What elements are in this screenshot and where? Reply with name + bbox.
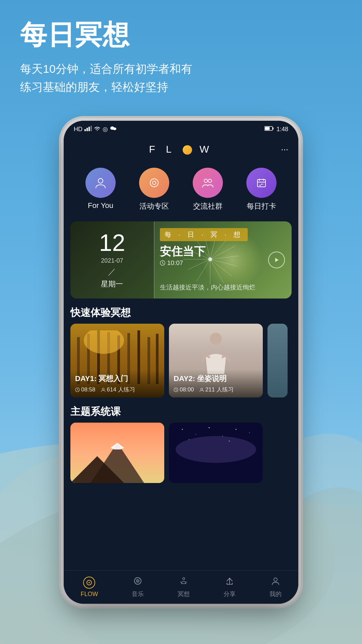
svg-point-58: [201, 388, 203, 390]
svg-rect-3: [86, 128, 88, 131]
svg-point-69: [249, 432, 250, 433]
for-you-label: For You: [88, 201, 113, 210]
main-subtitle: 每天10分钟，适合所有初学者和有 练习基础的朋友，轻松好坚持: [20, 60, 192, 96]
svg-point-13: [153, 181, 156, 184]
mine-nav-label: 我的: [269, 590, 282, 598]
for-you-circle: [85, 168, 116, 198]
card1-info: DAY1: 冥想入门 08:58: [70, 370, 164, 397]
wifi-icon: [94, 126, 101, 133]
card1-title: DAY1: 冥想入门: [75, 374, 160, 384]
flow-nav-icon: [83, 577, 95, 589]
card1-time: 08:58: [75, 386, 96, 393]
icon-community[interactable]: 交流社群: [193, 168, 223, 211]
signal-bars: [84, 126, 92, 133]
nav-meditation[interactable]: 冥想: [178, 576, 190, 598]
daily-title: 安住当下: [160, 244, 285, 259]
card1-meta: 08:58 614 人练习: [75, 386, 160, 393]
nav-flow[interactable]: FLOW: [80, 577, 98, 598]
more-button[interactable]: ···: [281, 144, 288, 155]
svg-rect-16: [257, 179, 265, 187]
svg-line-52: [77, 390, 78, 390]
daily-meditation-card[interactable]: 12 2021-07 ／ 星期一 每 · 日 · 冥 · 想 安住当下: [70, 221, 292, 299]
activity-circle: [139, 168, 169, 198]
svg-point-72: [176, 436, 256, 463]
svg-line-38: [163, 263, 164, 264]
svg-point-65: [195, 434, 196, 435]
date-divider: ／: [108, 266, 116, 277]
theme-cards-row: [64, 423, 298, 483]
svg-line-57: [176, 390, 177, 390]
exp-card-day1[interactable]: DAY1: 冥想入门 08:58: [70, 324, 164, 397]
svg-point-77: [137, 581, 138, 582]
app-header: F L W ···: [64, 138, 298, 161]
svg-point-68: [236, 429, 237, 430]
quick-section-title: 快速体验冥想: [64, 299, 298, 324]
date-year: 2021-07: [101, 257, 123, 264]
svg-marker-39: [275, 258, 279, 262]
svg-point-66: [209, 427, 210, 428]
card1-users: 614 人练习: [101, 386, 135, 393]
nav-music[interactable]: 音乐: [132, 576, 144, 598]
nav-share[interactable]: 分享: [224, 576, 236, 598]
card2-time: 08:00: [174, 386, 194, 393]
svg-point-53: [102, 388, 104, 390]
theme-card-1[interactable]: [70, 423, 164, 483]
clock-icon-sm: [75, 387, 80, 392]
svg-point-78: [183, 578, 185, 580]
svg-point-54: [210, 333, 222, 345]
nav-mine[interactable]: 我的: [269, 576, 282, 598]
network-indicator: HD: [74, 126, 82, 133]
checkin-circle: [246, 168, 277, 198]
battery-icon: [264, 126, 274, 133]
clock-icon-sm2: [174, 387, 178, 392]
svg-rect-9: [273, 127, 274, 129]
card-date-panel: 12 2021-07 ／ 星期一: [70, 221, 155, 299]
svg-point-74: [88, 582, 90, 583]
community-label: 交流社群: [193, 201, 223, 211]
svg-point-12: [150, 179, 158, 187]
card2-users: 211 人练习: [199, 386, 234, 393]
logo-o-icon: [183, 145, 192, 155]
icon-checkin[interactable]: 每日打卡: [246, 168, 277, 211]
header-section: 每日冥想 每天10分钟，适合所有初学者和有 练习基础的朋友，轻松好坚持: [20, 20, 192, 96]
flow-nav-label: FLOW: [80, 591, 98, 598]
meditation-nav-icon: [179, 576, 188, 588]
play-button[interactable]: [268, 252, 285, 268]
location-icon: ◎: [103, 125, 108, 133]
clock-icon: [160, 260, 165, 266]
svg-point-14: [204, 179, 207, 182]
daily-subtitle: 生活越接近平淡，内心越接近绚烂: [160, 283, 285, 292]
card2-meta: 08:00 211 人练习: [174, 386, 258, 393]
status-bar: HD ◎: [64, 121, 298, 138]
svg-point-81: [274, 578, 277, 581]
svg-rect-2: [84, 129, 86, 131]
theme-section-title: 主题系统课: [64, 397, 298, 423]
card-content-panel: 每 · 日 · 冥 · 想 安住当下 10:07 生活越接近平淡，内心越接近绚烂: [155, 221, 292, 299]
svg-point-7: [113, 127, 116, 130]
date-number: 12: [99, 231, 125, 255]
mine-nav-icon: [271, 576, 280, 588]
status-right: 1:48: [264, 126, 288, 133]
theme-card-2[interactable]: [169, 423, 263, 483]
activity-label: 活动专区: [139, 201, 169, 211]
icon-for-you[interactable]: For You: [85, 168, 116, 211]
status-left: HD ◎: [74, 125, 117, 133]
date-weekday: 星期一: [101, 279, 123, 289]
music-nav-icon: [133, 576, 142, 588]
card2-info: DAY2: 坐姿说明 08:00: [169, 370, 263, 397]
icon-activity[interactable]: 活动专区: [139, 168, 169, 211]
share-nav-icon: [225, 576, 234, 588]
quick-cards-row: DAY1: 冥想入门 08:58: [64, 324, 298, 397]
exp-card-partial: [267, 324, 288, 397]
phone-mockup: HD ◎: [64, 121, 298, 604]
user-icon-sm: [101, 387, 106, 392]
checkin-label: 每日打卡: [247, 201, 276, 211]
app-logo: F L W: [149, 144, 213, 155]
svg-point-64: [182, 429, 183, 430]
svg-rect-4: [88, 127, 90, 131]
exp-card-day2[interactable]: DAY2: 坐姿说明 08:00: [169, 324, 263, 397]
svg-rect-5: [90, 126, 92, 131]
share-nav-label: 分享: [224, 590, 236, 598]
community-circle: [193, 168, 223, 198]
main-title: 每日冥想: [20, 20, 192, 50]
